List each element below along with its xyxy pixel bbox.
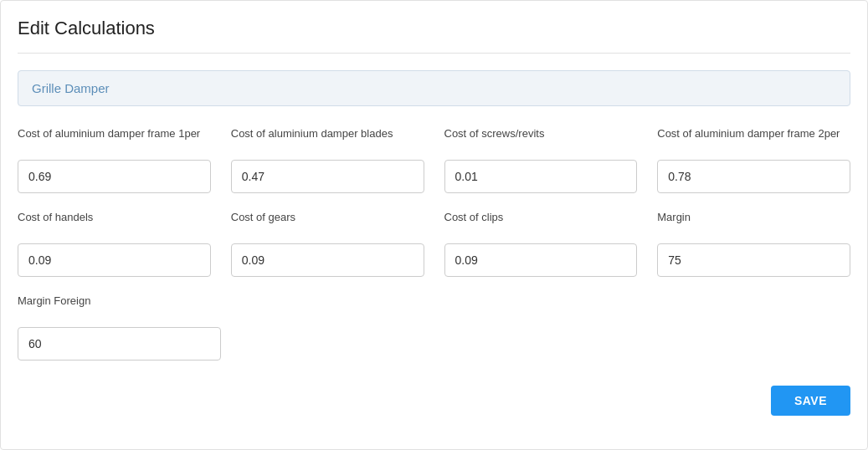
field-group-cost-screws-revits: Cost of screws/revits xyxy=(444,126,638,193)
field-group-cost-aluminium-damper-frame-1per: Cost of aluminium damper frame 1per xyxy=(18,126,211,193)
label-cost-handels: Cost of handels xyxy=(18,210,211,237)
save-area: SAVE xyxy=(18,377,850,416)
label-margin-foreign: Margin Foreign xyxy=(18,294,221,320)
label-cost-screws-revits: Cost of screws/revits xyxy=(444,126,638,153)
fields-row2: Cost of handelsCost of gearsCost of clip… xyxy=(18,210,850,277)
input-cost-clips[interactable] xyxy=(444,243,638,277)
input-cost-aluminium-damper-blades[interactable] xyxy=(231,160,424,193)
fields-row1: Cost of aluminium damper frame 1perCost … xyxy=(18,126,850,193)
field-group-cost-aluminium-damper-blades: Cost of aluminium damper blades xyxy=(231,126,424,193)
input-cost-handels[interactable] xyxy=(18,243,211,277)
fields-row3: Margin Foreign xyxy=(18,294,850,361)
page-title: Edit Calculations xyxy=(18,14,850,54)
field-group-margin-foreign: Margin Foreign xyxy=(18,294,221,361)
label-cost-aluminium-damper-blades: Cost of aluminium damper blades xyxy=(231,126,424,153)
input-margin[interactable] xyxy=(657,243,850,277)
input-cost-aluminium-damper-frame-1per[interactable] xyxy=(18,160,211,193)
field-group-margin: Margin xyxy=(657,210,850,277)
input-margin-foreign[interactable] xyxy=(18,327,221,361)
field-group-cost-handels: Cost of handels xyxy=(18,210,211,277)
label-cost-aluminium-damper-frame-2per: Cost of aluminium damper frame 2per xyxy=(657,126,850,153)
input-cost-gears[interactable] xyxy=(231,243,424,277)
field-group-cost-clips: Cost of clips xyxy=(444,210,638,277)
label-margin: Margin xyxy=(657,210,850,237)
input-cost-screws-revits[interactable] xyxy=(444,160,638,193)
save-button[interactable]: SAVE xyxy=(771,386,850,416)
label-cost-aluminium-damper-frame-1per: Cost of aluminium damper frame 1per xyxy=(18,126,211,153)
label-cost-clips: Cost of clips xyxy=(444,210,638,237)
section-header: Grille Damper xyxy=(18,70,850,106)
label-cost-gears: Cost of gears xyxy=(231,210,424,237)
input-cost-aluminium-damper-frame-2per[interactable] xyxy=(657,160,850,193)
main-container: Edit Calculations Grille Damper Cost of … xyxy=(0,0,868,450)
field-group-cost-gears: Cost of gears xyxy=(231,210,424,277)
field-group-cost-aluminium-damper-frame-2per: Cost of aluminium damper frame 2per xyxy=(657,126,850,193)
